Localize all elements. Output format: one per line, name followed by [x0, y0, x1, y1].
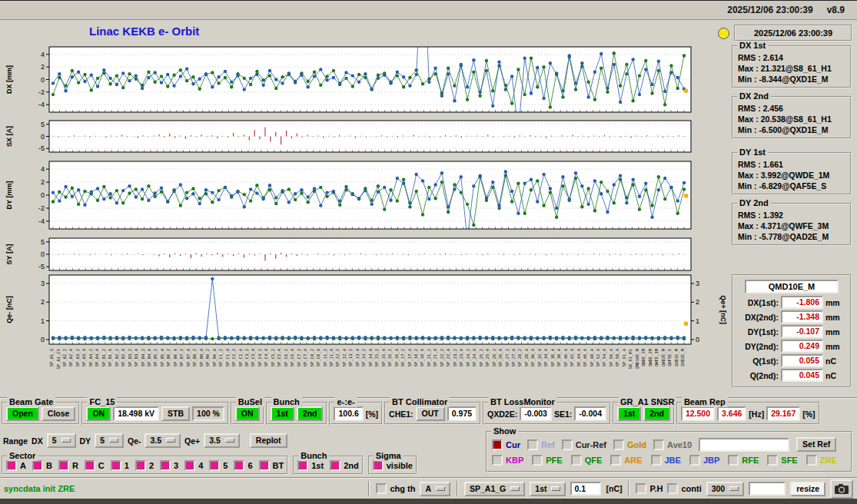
svg-text:3: 3 [41, 280, 45, 287]
checkbox-Cur-Ref[interactable] [562, 439, 573, 450]
checkbox-3[interactable] [160, 460, 171, 471]
sector-items-C[interactable]: C [85, 460, 105, 471]
checkbox-R[interactable] [58, 460, 69, 471]
orbit-charts[interactable]: -4-2024DX [mm]-505SX [A]-4-2024DY [mm]-5… [2, 42, 730, 397]
fc15-on-button[interactable]: ON [86, 406, 111, 421]
show-row2-JBE[interactable]: JBE [651, 455, 681, 466]
bpm-row: DX(1st):-1.806mm [736, 296, 848, 309]
checkbox-2[interactable] [135, 460, 146, 471]
sector-items-BT[interactable]: BT [259, 460, 284, 471]
checkbox-Cur[interactable] [492, 439, 503, 450]
fc15-stb-button[interactable]: STB [161, 406, 190, 421]
bpm-name[interactable]: QMD10E_M [745, 280, 839, 293]
chg-th-checkbox[interactable] [376, 483, 387, 494]
chart-dx[interactable]: -4-2024DX [mm] [5, 42, 691, 134]
bunch-1st-button[interactable]: 1st [271, 406, 294, 421]
sector-a-combo[interactable]: A [420, 482, 450, 496]
svg-text:SP_11_2: SP_11_2 [323, 349, 328, 366]
checkbox-5[interactable] [209, 460, 220, 471]
blank-entry[interactable] [749, 482, 786, 496]
che1-out-button[interactable]: OUT [416, 406, 445, 421]
chart-sx[interactable]: -505SX [A] [5, 121, 691, 153]
conti-toggle[interactable]: conti [667, 483, 701, 494]
checkbox-visible[interactable] [373, 460, 384, 471]
device-combo[interactable]: SP_A1_G [464, 482, 525, 496]
beam-gate-open-button[interactable]: Open [6, 406, 39, 421]
bunch-items-1st[interactable]: 1st [297, 460, 324, 471]
range-dy-combo[interactable]: 5 [95, 433, 124, 448]
chart-qe[interactable]: 00112233Qe- [nC]Qe+ [nC] [5, 275, 727, 344]
checkbox-6[interactable] [234, 460, 244, 471]
show-row2-RFE[interactable]: RFE [728, 455, 759, 466]
resize-button[interactable]: resize [790, 482, 825, 496]
show-row2-KBP[interactable]: KBP [492, 455, 523, 466]
checkbox-C[interactable] [85, 460, 95, 471]
status-bar: syncdata init ZRE chg th A SP_A1_G 1st [… [0, 478, 857, 499]
sector-items-1[interactable]: 1 [111, 460, 129, 471]
checkbox-Gold[interactable] [613, 439, 624, 450]
checkbox-JBE[interactable] [651, 455, 662, 466]
show-row1-Cur-Ref[interactable]: Cur-Ref [562, 439, 606, 450]
chart-sy[interactable]: -505SY [A] [5, 238, 691, 270]
checkbox-PFE[interactable] [532, 455, 543, 466]
range-dx-combo[interactable]: 5 [47, 433, 76, 448]
checkbox-1[interactable] [111, 460, 121, 471]
interval-combo[interactable]: 300 [706, 482, 745, 496]
set-ref-button[interactable]: Set Ref [796, 437, 836, 452]
sector-items-B[interactable]: B [32, 460, 52, 471]
show-row1-Ref[interactable]: Ref [527, 439, 555, 450]
show-row1-Cur[interactable]: Cur [492, 439, 520, 450]
screenshot-button[interactable] [830, 479, 853, 499]
bunch-2nd-button[interactable]: 2nd [297, 406, 324, 421]
checkbox-SFE[interactable] [767, 455, 778, 466]
sector-items-A[interactable]: A [6, 460, 26, 471]
gr-a1-2nd-button[interactable]: 2nd [643, 406, 670, 421]
range-qep-combo[interactable]: 3.5 [204, 433, 240, 448]
checkbox-Ave10[interactable] [653, 439, 664, 450]
checkbox-1st[interactable] [297, 460, 308, 471]
bunch-combo[interactable]: 1st [530, 482, 566, 496]
checkbox-A[interactable] [6, 460, 17, 471]
checkbox-B[interactable] [32, 460, 43, 471]
bunch-items-2nd[interactable]: 2nd [330, 460, 359, 471]
range-qem-combo[interactable]: 3.5 [144, 433, 181, 448]
show-row1-Ave10[interactable]: Ave10 [653, 439, 692, 450]
sigma-items-visible[interactable]: visible [373, 460, 413, 471]
beam-gate-close-button[interactable]: Close [42, 406, 76, 421]
conti-checkbox[interactable] [667, 483, 678, 494]
sector-items-2[interactable]: 2 [135, 460, 154, 471]
gr-a1-1st-button[interactable]: 1st [617, 406, 641, 421]
stats-box-title: DY 1st [737, 148, 768, 158]
checkbox-KBP[interactable] [492, 455, 503, 466]
checkbox-BT[interactable] [259, 460, 270, 471]
checkbox-ZRE[interactable] [806, 455, 817, 466]
threshold-entry[interactable] [570, 482, 601, 496]
chg-th-toggle[interactable]: chg th [376, 483, 415, 494]
checkbox-QFE[interactable] [571, 455, 582, 466]
show-row2-PFE[interactable]: PFE [532, 455, 562, 466]
sector-items-3[interactable]: 3 [160, 460, 178, 471]
checkbox-2nd[interactable] [330, 460, 340, 471]
show-row2-QFE[interactable]: QFE [571, 455, 603, 466]
replot-button[interactable]: Replot [250, 433, 287, 448]
sector-items-6[interactable]: 6 [234, 460, 252, 471]
ref-entry[interactable] [699, 438, 789, 452]
show-row2-JBP[interactable]: JBP [689, 455, 719, 466]
checkbox-4[interactable] [184, 460, 195, 471]
checkbox-JBP[interactable] [689, 455, 700, 466]
sector-items-5[interactable]: 5 [209, 460, 228, 471]
show-row2-SFE[interactable]: SFE [767, 455, 797, 466]
chart-dy[interactable]: -4-2024DY [mm] [5, 161, 691, 241]
show-row2-ARE[interactable]: ARE [610, 455, 642, 466]
sector-items-4[interactable]: 4 [184, 460, 203, 471]
checkbox-label-1: 1 [125, 461, 129, 470]
busel-on-button[interactable]: ON [235, 406, 260, 421]
checkbox-ARE[interactable] [610, 455, 621, 466]
sector-items-R[interactable]: R [58, 460, 78, 471]
checkbox-RFE[interactable] [728, 455, 739, 466]
checkbox-Ref[interactable] [527, 439, 538, 450]
show-row2-ZRE[interactable]: ZRE [806, 455, 837, 466]
ph-toggle[interactable]: P.H [636, 483, 663, 494]
ph-checkbox[interactable] [636, 483, 646, 494]
show-row1-Gold[interactable]: Gold [613, 439, 646, 450]
